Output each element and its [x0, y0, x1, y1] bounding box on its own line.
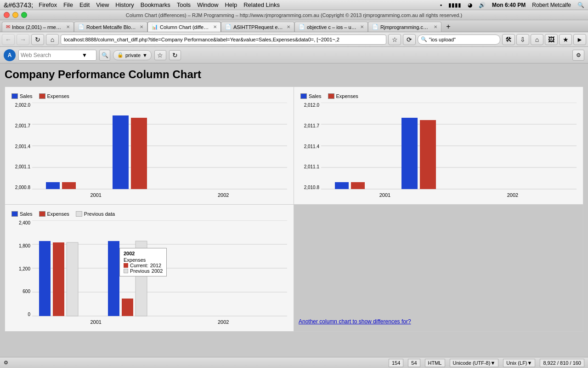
menu-related-links[interactable]: Related Links [243, 1, 280, 8]
private-button[interactable]: 🔒 private ▼ [113, 50, 152, 60]
legend-sales-1: Sales [11, 93, 33, 99]
minimize-button[interactable] [12, 12, 18, 18]
y-label: 2,001.1 [15, 164, 30, 169]
previous-label-3: Previous data [84, 211, 115, 217]
encoding-dropdown[interactable]: ▼ [490, 360, 495, 366]
tab-close-icon[interactable]: ✕ [140, 24, 143, 29]
tab-close-icon[interactable]: ✕ [434, 24, 437, 29]
tab-asi[interactable]: 📄 ASIHTTPRequest examp... ✕ [221, 22, 294, 32]
maximize-button[interactable] [21, 12, 27, 18]
tooltip-previous-swatch [124, 269, 128, 273]
nav-search-bar[interactable]: 🔍 "ios upload" [418, 34, 500, 45]
bookmarks-button[interactable]: ☆ [154, 50, 166, 60]
search-dropdown-icon[interactable]: ▼ [82, 52, 87, 58]
chart3-plot-area: 2002 Expenses Current: 2012 Previous [32, 220, 287, 325]
menu-window[interactable]: Window [197, 1, 218, 8]
url-bar[interactable]: localhost:8888/column_chart_diff.php?tit… [61, 34, 386, 45]
line-ending-dropdown[interactable]: ▼ [527, 360, 532, 366]
tools-icon[interactable]: 🛠 [502, 34, 515, 45]
menu-view[interactable]: View [96, 1, 109, 8]
statusbar-gear-icon[interactable]: ⚙ [4, 360, 8, 366]
apple-menu[interactable]: &#63743; [4, 1, 33, 9]
y-label: 1,200 [19, 266, 30, 271]
chart3-y-axis: 2,400 1,800 1,200 600 0 [11, 220, 32, 317]
tab-chart-active[interactable]: 📊 Column Chart (differen... ✕ [147, 22, 221, 32]
tab-label: Column Chart (differen... [160, 24, 209, 30]
link-section: Another column chart to show differences… [299, 316, 411, 327]
expenses-label-1: Expenses [47, 93, 69, 99]
web-search-input[interactable] [21, 52, 80, 58]
chart-icon: 📊 [152, 24, 158, 30]
y-label: 1,800 [19, 243, 30, 248]
history-button[interactable]: ↻ [169, 50, 181, 60]
search-go-button[interactable]: 🔍 [99, 50, 110, 61]
forward-button[interactable]: → [17, 34, 29, 45]
sales-label-3: Sales [20, 211, 33, 217]
x-label-2001-1: 2001 [90, 192, 102, 198]
sales-color-swatch-2 [300, 93, 307, 99]
y-label: 2,002.0 [15, 103, 30, 108]
menu-tools[interactable]: Tools [177, 1, 191, 8]
sales-color-swatch-3 [11, 211, 18, 217]
tab-inbox[interactable]: ✉ Inbox (2,001) – rmetcal... ✕ [2, 22, 74, 32]
reload-button[interactable]: ↻ [31, 34, 44, 45]
another-chart-link[interactable]: Another column chart to show differences… [299, 318, 411, 325]
y-label: 2,011.7 [304, 123, 319, 128]
reader-button[interactable]: ⟳ [403, 34, 416, 45]
chart1-body: 2,002.0 2,001.7 2,001.4 2,001.1 2,000.8 [11, 103, 287, 198]
chart2-x-axis: 2001 2002 [321, 192, 577, 198]
statusbar-stats: 8,922 / 810 / 160 [540, 359, 584, 367]
expenses-label-2: Expenses [336, 93, 358, 99]
close-button[interactable] [4, 12, 10, 18]
back-button[interactable]: ← [2, 34, 15, 45]
download-icon[interactable]: ⇩ [516, 34, 529, 45]
arrow-right-icon[interactable]: ► [573, 34, 586, 45]
status-bar: ⚙ 154 54 HTML Unicode (UTF-8) ▼ Unix (LF… [0, 357, 588, 368]
expenses-color-swatch-2 [328, 93, 334, 99]
tab-close-icon[interactable]: ✕ [66, 24, 70, 29]
menu-file[interactable]: File [63, 1, 73, 8]
tabs-bar: ✉ Inbox (2,001) – rmetcal... ✕ 📄 Robert … [0, 20, 588, 32]
x-label-2001-3: 2001 [90, 319, 102, 325]
system-time: Mon 6:40 PM [492, 2, 526, 8]
menu-history[interactable]: History [115, 1, 134, 8]
tab-label: objective c – ios – uplo... [307, 24, 356, 30]
display-icon[interactable]: 🖼 [545, 34, 558, 45]
menu-firefox[interactable]: Firefox [39, 1, 57, 8]
sales-label-1: Sales [20, 93, 33, 99]
tooltip-year: 2002 [124, 251, 163, 256]
y-label: 2,001.7 [15, 123, 30, 128]
title-bar: Column Chart (differences) – RJM Program… [0, 10, 588, 20]
tab-objc[interactable]: 📄 objective c – ios – uplo... ✕ [294, 22, 368, 32]
search-text: "ios upload" [429, 37, 456, 42]
menu-help[interactable]: Help [225, 1, 237, 8]
mail-icon: ✉ [6, 24, 10, 30]
bookmark-star-button[interactable]: ☆ [388, 34, 401, 45]
spotlight-icon[interactable]: 🔍 [577, 2, 584, 8]
legend-sales-3: Sales [11, 211, 33, 217]
chart3-body: 2,400 1,800 1,200 600 0 [11, 220, 287, 325]
tab-close-icon[interactable]: ✕ [213, 24, 217, 29]
bookmark-icon[interactable]: ★ [559, 34, 572, 45]
menu-bookmarks[interactable]: Bookmarks [141, 1, 170, 8]
tab-rjm[interactable]: 📄 Rjmprogramming.com.a... ✕ [368, 22, 441, 32]
chart-panel-3: Sales Expenses Previous data 2,400 1,800… [5, 205, 294, 332]
web-search-wrap: ▼ [18, 50, 96, 61]
private-label: private [125, 52, 141, 58]
svg-rect-14 [335, 182, 349, 189]
chart2-legend: Sales Expenses [300, 93, 577, 99]
chart2-svg [321, 103, 577, 190]
home-button[interactable]: ⌂ [46, 34, 59, 45]
chart1-plot-area: 2001 2002 [32, 103, 287, 198]
tab-close-icon[interactable]: ✕ [287, 24, 290, 29]
x-label-2001-2: 2001 [379, 192, 390, 198]
tooltip-type: Expenses [124, 257, 163, 263]
browser-logo: A [4, 49, 16, 61]
new-tab-button[interactable]: + [443, 22, 453, 32]
nav-icons: 🛠 ⇩ ⌂ 🖼 ★ ► [502, 34, 586, 45]
tab-close-icon[interactable]: ✕ [360, 24, 364, 29]
menu-edit[interactable]: Edit [79, 1, 90, 8]
tab-blog[interactable]: 📄 Robert Metcalfe Blog | ... ✕ [74, 22, 147, 32]
settings-button[interactable]: ⚙ [572, 50, 584, 61]
home2-icon[interactable]: ⌂ [531, 34, 543, 45]
